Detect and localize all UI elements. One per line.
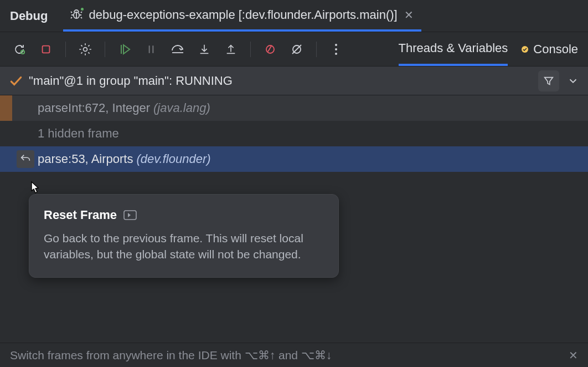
step-into-button[interactable] — [195, 40, 214, 59]
toolbar-separator — [105, 42, 105, 57]
footer-hint: Switch frames from anywhere in the IDE w… — [0, 343, 588, 367]
toolbar-separator — [65, 42, 66, 57]
svg-point-8 — [335, 53, 337, 55]
svg-rect-2 — [43, 45, 50, 53]
tab-label: Threads & Variables — [399, 41, 508, 55]
pause-button[interactable] — [142, 40, 161, 59]
more-button[interactable] — [327, 40, 345, 59]
footer-hint-text: Switch frames from anywhere in the IDE w… — [10, 349, 332, 362]
frame-method: parseInt:672, Integer — [38, 101, 150, 115]
frame-row[interactable]: parseInt:672, Integer (java.lang) — [0, 95, 588, 121]
tooltip: Reset Frame Go back to the previous fram… — [29, 194, 339, 278]
run-config-tab[interactable]: debug-exceptions-example [:dev.flounder.… — [63, 0, 421, 32]
hidden-frame-label: 1 hidden frame — [38, 126, 119, 141]
debug-tool-window-title[interactable]: Debug — [10, 9, 48, 23]
breakpoint-exception-button[interactable] — [261, 40, 280, 59]
library-frame-indicator — [0, 95, 12, 121]
toolbar-separator — [316, 42, 317, 57]
warning-dot-icon — [521, 45, 529, 53]
close-tab-icon[interactable]: ✕ — [403, 8, 415, 22]
mute-breakpoints-button[interactable] — [287, 40, 306, 59]
rerun-button[interactable] — [10, 40, 29, 59]
frame-package: (java.lang) — [153, 101, 210, 115]
frame-row[interactable]: parse:53, Airports (dev.flounder) — [0, 146, 588, 172]
resume-button[interactable] — [115, 40, 134, 59]
chevron-down-icon[interactable] — [567, 75, 579, 87]
frame-method: parse:53, Airports — [38, 152, 133, 166]
bug-icon — [70, 8, 83, 22]
toolbar-separator — [250, 42, 251, 57]
step-out-button[interactable] — [221, 40, 240, 59]
svg-point-4 — [266, 45, 274, 53]
view-breakpoints-button[interactable] — [76, 40, 95, 59]
svg-point-3 — [84, 47, 87, 51]
tab-label: Console — [533, 42, 578, 57]
filter-button[interactable] — [538, 70, 559, 91]
thread-selector[interactable]: "main"@1 in group "main": RUNNING — [0, 67, 588, 95]
tooltip-title-text: Reset Frame — [44, 208, 117, 222]
stop-button[interactable] — [37, 40, 55, 59]
tab-console[interactable]: Console — [521, 32, 578, 66]
step-over-button[interactable] — [168, 40, 187, 59]
close-hint-button[interactable]: ✕ — [569, 349, 578, 362]
reset-frame-button[interactable] — [17, 150, 34, 168]
tooltip-body-text: Go back to the previous frame. This will… — [44, 230, 324, 263]
svg-point-7 — [335, 48, 337, 50]
hidden-frames-row[interactable]: 1 hidden frame — [0, 121, 588, 146]
frames-list: parseInt:672, Integer (java.lang) 1 hidd… — [0, 95, 588, 172]
tab-threads-variables[interactable]: Threads & Variables — [399, 32, 508, 66]
run-action-icon — [123, 210, 137, 221]
svg-point-6 — [335, 44, 337, 46]
run-config-label: debug-exceptions-example [:dev.flounder.… — [89, 8, 397, 22]
thread-status-text: "main"@1 in group "main": RUNNING — [29, 74, 233, 88]
frame-package: (dev.flounder) — [136, 152, 210, 166]
check-icon — [9, 74, 23, 88]
